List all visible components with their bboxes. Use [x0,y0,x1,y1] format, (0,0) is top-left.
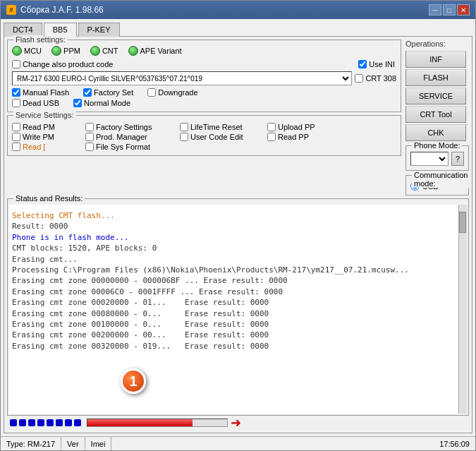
imei-field: Imei [85,437,112,450]
phone-mode-row: ? [410,152,464,166]
manual-flash-label[interactable]: Manual Flash [12,88,69,97]
file-sys-label[interactable]: File Sys Format [85,143,177,151]
status-line-12: Erasing cmt zone 00320000 - 019... Erase… [12,341,456,351]
use-ini-label[interactable]: Use INI [358,60,395,68]
crt-tool-button[interactable]: CRT Tool [405,106,466,123]
prod-manager-label[interactable]: Prod. Manager [85,133,177,141]
progress-bar [87,419,228,427]
flash-radios-row: MCU PPM CNT [12,46,396,56]
use-ini-checkbox[interactable] [358,60,367,68]
file-sys-checkbox[interactable] [85,143,94,151]
question-button[interactable]: ? [451,152,464,166]
factory-settings-label[interactable]: Factory Settings [85,123,177,131]
read-bracket-checkbox[interactable] [12,143,20,151]
progress-area: ➜ [7,416,469,430]
read-bracket-label[interactable]: Read [ [12,143,83,151]
factory-set-text: Factory Set [94,88,133,97]
normal-mode-checkbox[interactable] [73,99,82,107]
dead-usb-checkbox[interactable] [12,99,20,107]
cnt-radio-label[interactable]: CNT [90,46,118,56]
close-button[interactable]: ✕ [457,4,470,16]
status-line-8: Erasing cmt zone 00020000 - 01... Erase … [12,297,456,308]
top-section: Flash settings: MCU PPM [7,40,469,196]
use-ini-text: Use INI [369,60,395,68]
crt308-label[interactable]: CRT 308 [355,74,396,83]
factory-set-checkbox[interactable] [83,88,92,97]
tab-pkey[interactable]: P-KEY [78,23,120,37]
dot-1 [19,419,26,426]
manual-flash-text: Manual Flash [23,88,69,97]
status-line-2: Phone is in flash mode... [12,232,456,243]
factory-settings-checkbox[interactable] [85,123,94,131]
change-product-checkbox[interactable] [12,60,20,68]
title-bar-left: # Сборка J.A.F. 1.98.66 [6,5,104,15]
flash-button[interactable]: FLASH [405,69,466,86]
read-pp-label[interactable]: Read PP [267,133,324,141]
read-pp-text: Read PP [278,133,309,141]
write-pm-text: Write PM [23,133,54,141]
downgrade-checkbox[interactable] [147,88,156,97]
read-pp-checkbox[interactable] [267,133,276,141]
title-controls: ─ □ ✕ [429,4,470,16]
progress-dots [10,419,81,426]
mcu-radio-label[interactable]: MCU [12,46,42,56]
upload-pp-label[interactable]: Upload PP [267,123,324,131]
progress-fill [87,419,193,426]
read-pm-checkbox[interactable] [12,123,20,131]
change-product-label[interactable]: Change also product code [12,60,113,68]
read-pm-label[interactable]: Read PM [12,123,83,131]
service-settings-label: Service Settings: [13,111,76,119]
left-panel: Flash settings: MCU PPM [7,40,401,196]
status-bar: Type: RM-217 Ver Imei 17:56:09 [1,436,475,450]
tab-dct4[interactable]: DCT4 [4,23,42,37]
user-code-edit-label[interactable]: User Code Edit [180,133,264,141]
maximize-button[interactable]: □ [443,4,456,16]
ape-label: APE Variant [140,47,182,55]
upload-pp-text: Upload PP [278,123,315,131]
phone-mode-label: Phone Mode: [412,141,462,150]
dot-4 [47,419,54,426]
service-button[interactable]: SERVICE [405,88,466,104]
manual-flash-checkbox[interactable] [12,88,20,97]
factory-set-label[interactable]: Factory Set [83,88,133,97]
user-code-edit-text: User Code Edit [190,133,243,141]
flash-settings-group: Flash settings: MCU PPM [7,40,401,112]
window-title: Сборка J.A.F. 1.98.66 [20,5,104,15]
lifetime-reset-checkbox[interactable] [180,123,188,131]
ppm-radio-label[interactable]: PPM [51,46,80,56]
chk-button[interactable]: CHK [405,124,466,141]
lifetime-reset-label[interactable]: LifeTime Reset [180,123,264,131]
change-product-text: Change also product code [23,60,113,68]
content-area: DCT4 BB5 P-KEY Flash settings: [1,19,475,436]
prod-manager-checkbox[interactable] [85,133,94,141]
prod-manager-text: Prod. Manager [96,133,147,141]
step-badge: 1 [121,368,146,394]
write-pm-label[interactable]: Write PM [12,133,83,141]
status-scrollbar[interactable] [458,205,467,414]
type-value: RM-217 [28,440,55,448]
crt308-text: CRT 308 [365,74,396,83]
write-pm-checkbox[interactable] [12,133,20,141]
downgrade-text: Downgrade [158,88,197,97]
crt308-checkbox[interactable] [355,74,363,83]
inf-button[interactable]: INF [405,51,466,68]
status-line-6: Erasing cmt zone 00000000 - 000006BF ...… [12,275,456,286]
tab-bb5[interactable]: BB5 [44,23,77,37]
ppm-radio-icon [51,46,61,56]
dot-5 [56,419,63,426]
product-select[interactable]: RM-217 6300 EURO-I Cyrillic SILVER^05376… [12,71,352,85]
product-code-row: Change also product code Use INI [12,60,396,68]
comm-mode-label: Communication mode: [412,171,470,188]
cnt-radio-icon [90,46,100,56]
ppm-label: PPM [63,47,80,55]
phone-mode-select[interactable] [410,152,448,166]
status-line-11: Erasing cmt zone 00200000 - 00... Erase … [12,330,456,340]
minimize-button[interactable]: ─ [429,4,441,16]
ape-radio-label[interactable]: APE Variant [128,46,182,56]
downgrade-label[interactable]: Downgrade [147,88,197,97]
upload-pp-checkbox[interactable] [267,123,276,131]
normal-mode-label[interactable]: Normal Mode [73,99,130,107]
dead-usb-label[interactable]: Dead USB [12,99,59,107]
user-code-edit-checkbox[interactable] [180,133,188,141]
status-line-3: CMT blocks: 1520, APE blocks: 0 [12,243,456,253]
